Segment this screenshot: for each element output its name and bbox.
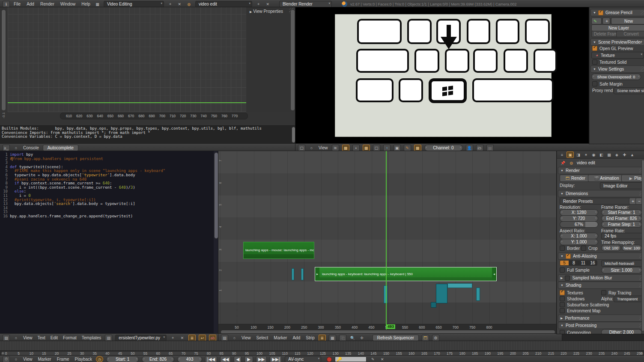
preview-editor-type-icon[interactable]: ▢ — [298, 145, 305, 151]
compositing-row[interactable]: Compositing — [560, 330, 591, 334]
resolution-percentage-slider[interactable]: 67% — [560, 221, 598, 228]
sequencer-h-scrollbar[interactable] — [221, 330, 555, 334]
timeline-editor-type-icon[interactable]: ⏱ — [3, 356, 10, 362]
textures-checkbox[interactable] — [560, 290, 565, 295]
scene-icon[interactable]: ◍ — [186, 1, 192, 7]
menu-view[interactable]: View — [22, 357, 33, 362]
end-frame-field[interactable]: ‹End: 826› — [142, 356, 174, 362]
menu-view[interactable]: View — [241, 335, 252, 340]
text-editor-type-icon[interactable]: ▤ — [3, 335, 10, 341]
new-text-icon[interactable]: ＋ — [170, 335, 176, 341]
full-sample-row[interactable]: Full Sample — [560, 267, 590, 273]
frame-rate-selector[interactable]: 24 fps — [601, 233, 644, 239]
av-sync-selector[interactable]: AV-sync — [285, 356, 321, 362]
refresh-sequencer-button[interactable]: Refresh Sequencer — [373, 335, 419, 341]
aa-samples-5[interactable]: 5 — [560, 260, 569, 266]
add-scene-icon[interactable]: ＋ — [255, 1, 262, 7]
start-frame-field[interactable]: ‹Start: 1› — [106, 356, 139, 362]
text-datablock-field[interactable]: ersistentTypewriter.py — [115, 335, 167, 341]
channel-field[interactable]: ‹Channel: 0› — [424, 145, 463, 151]
grease-pencil-checkbox[interactable] — [598, 10, 603, 15]
insert-keyframe-icon[interactable]: ✎ — [370, 356, 376, 362]
crop-row[interactable]: Crop — [581, 246, 598, 251]
view-settings-panel-header[interactable]: ▼ View Settings — [590, 65, 644, 73]
playhead-label[interactable]: 493 — [386, 324, 395, 329]
menu-marker[interactable]: Marker — [37, 357, 52, 362]
resolution-x-field[interactable]: ‹X: 1280› — [560, 209, 598, 216]
checker-c-icon[interactable]: ▩ — [414, 145, 421, 151]
proxy-render-size-selector[interactable]: Scene render size — [614, 87, 644, 94]
code-line[interactable]: 13 bpy.data.objects['search'].data.body … — [1, 202, 165, 206]
autocomplete-button[interactable]: Autocomplete — [43, 145, 78, 151]
end-frame-field[interactable]: ‹End Frame: 826› — [601, 215, 642, 222]
properties-tab-render[interactable]: ▣ — [566, 151, 574, 158]
shading-panel-header[interactable]: ▼Shading — [558, 282, 644, 289]
mute-strip-icon[interactable]: ▪ — [352, 145, 360, 151]
snapshot-icon[interactable]: 🗔 — [422, 335, 429, 341]
properties-tab-material[interactable]: ◈ — [614, 152, 620, 157]
show-overexposed-slider[interactable]: ‹Show Overexposed: 0› — [591, 74, 641, 80]
checker-b-icon[interactable]: ▩ — [363, 145, 370, 151]
ray-tracing-checkbox[interactable] — [601, 290, 606, 295]
properties-tab-scene[interactable]: ≡ — [559, 152, 565, 157]
pin-icon[interactable]: ○ — [308, 145, 315, 151]
strip-keyboard-scene[interactable]: ▸ launching apps - keyboard: launching a… — [315, 267, 497, 281]
properties-tab-layers[interactable]: ◨ — [575, 152, 581, 157]
dimensions-panel-header[interactable]: ▼Dimensions — [558, 190, 644, 197]
pin-icon[interactable]: ○ — [13, 356, 19, 362]
sequencer-h-scroll-track[interactable] — [218, 329, 557, 334]
full-sample-checkbox[interactable] — [560, 267, 565, 273]
gp-add-button[interactable]: ＋ — [602, 18, 610, 24]
pin-icon[interactable]: ○ — [13, 335, 19, 341]
menu-console[interactable]: Console — [22, 145, 40, 150]
text-editor[interactable]: 1import bpy2#from bpy.app.handlers impor… — [0, 151, 218, 334]
crop-checkbox[interactable] — [581, 246, 586, 251]
properties-tab-constraints[interactable]: ◧ — [598, 152, 605, 157]
border-checkbox[interactable] — [560, 246, 565, 251]
strip-mouse-scene[interactable]: launching apps - mouse: launching apps -… — [243, 242, 314, 259]
annotate-pen-icon[interactable]: ✎ — [404, 145, 411, 151]
properties-scrollbar[interactable] — [641, 160, 644, 332]
strip-effect-bar[interactable] — [447, 283, 472, 288]
editor-type-icon[interactable]: ℹ — [3, 1, 10, 7]
dither-field[interactable]: Dither: 2.000 — [601, 329, 642, 334]
strip-audio-small-2[interactable] — [301, 268, 304, 280]
textured-solid-checkbox[interactable] — [592, 59, 597, 65]
ray-tracing-row[interactable]: Ray Tracing — [601, 290, 631, 295]
sss-checkbox[interactable] — [560, 302, 565, 307]
delete-keyframe-icon[interactable]: ✕ — [379, 356, 385, 362]
shadows-checkbox[interactable] — [560, 296, 565, 301]
sequencer[interactable]: 7654321 launching apps - mouse: launchin… — [218, 151, 557, 334]
anti-aliasing-panel-header[interactable]: ▼Anti-Aliasing — [558, 252, 644, 260]
menu-edit[interactable]: Edit — [50, 335, 59, 340]
auto-keying-record-button[interactable] — [327, 357, 332, 362]
add-layout-icon[interactable]: ＋ — [167, 1, 173, 7]
python-console-body[interactable]: Builtin Modules: bpy, bpy.data, bpy.ops,… — [0, 126, 295, 144]
render-presets-selector[interactable]: Render Presets — [560, 198, 635, 205]
screen-layout-icon[interactable]: ▦ — [94, 1, 101, 7]
pin-icon[interactable]: ○ — [231, 335, 238, 341]
strip-effect-2[interactable] — [436, 284, 447, 303]
motion-blur-checkbox[interactable] — [565, 276, 570, 281]
play-reverse-button[interactable]: ◀ — [234, 356, 242, 362]
aa-samples-16[interactable]: 16 — [588, 260, 597, 266]
console-scrollbar[interactable] — [292, 127, 295, 143]
shadows-row[interactable]: Shadows — [560, 296, 584, 301]
graph-v-scrollbar-left[interactable] — [1, 9, 6, 111]
menu-playback[interactable]: Playback — [74, 357, 93, 362]
prev-keyframe-button[interactable]: ◀◀ — [220, 356, 231, 362]
motion-blur-panel-header[interactable]: ▶Sampled Motion Blur — [558, 274, 644, 282]
view-preview-icon[interactable]: ▩ — [329, 335, 336, 341]
sss-row[interactable]: Subsurface Scattering — [560, 302, 609, 307]
start-frame-field[interactable]: ‹Start Frame: 1› — [601, 209, 642, 216]
checker-a-icon[interactable]: ▩ — [342, 145, 349, 151]
properties-tab-object[interactable]: ◉ — [590, 152, 597, 157]
menu-select[interactable]: Select — [256, 335, 269, 340]
graph-v-scrollbar-right[interactable] — [290, 9, 295, 111]
outline-icon[interactable]: ▢ — [373, 145, 380, 151]
ghost-icon[interactable]: 👤 — [466, 145, 473, 151]
strip-left-handle[interactable]: ▸ — [315, 267, 319, 281]
compositing-checkbox[interactable] — [560, 330, 565, 334]
next-keyframe-button[interactable]: ▶▶ — [256, 356, 267, 362]
timeline-ruler[interactable]: 0510152025303540455055606570758085909510… — [0, 351, 644, 356]
